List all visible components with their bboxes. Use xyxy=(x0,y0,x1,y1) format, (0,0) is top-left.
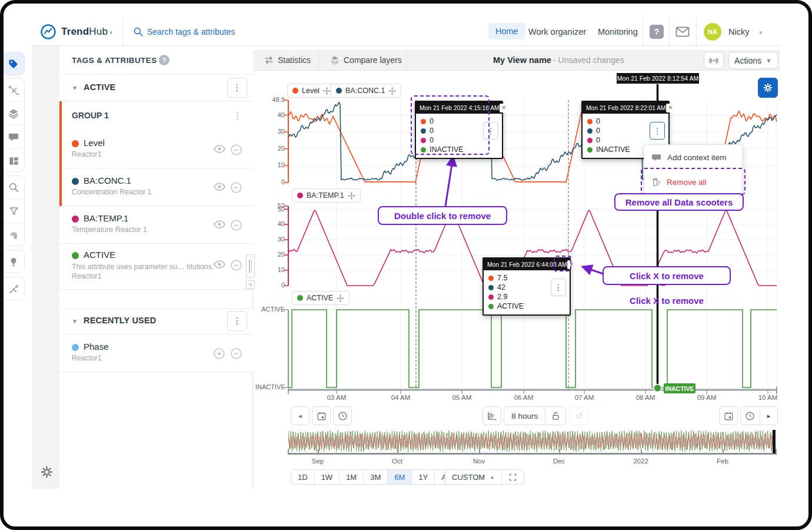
rail-tab-layout[interactable] xyxy=(3,149,24,172)
live-broadcast-button[interactable] xyxy=(704,52,724,69)
visibility-eye-icon[interactable] xyxy=(213,219,226,232)
search-input[interactable] xyxy=(147,24,324,40)
overview-month-label: Oct xyxy=(384,458,410,465)
nav-item-monitoring[interactable]: Monitoring xyxy=(598,27,638,37)
remove-minus-icon[interactable] xyxy=(230,259,243,272)
move-icon[interactable] xyxy=(337,294,344,302)
section-active-menu-button[interactable]: ⋮ xyxy=(227,78,247,98)
rail-tab-search[interactable] xyxy=(3,176,24,200)
close-icon[interactable]: × xyxy=(500,104,508,112)
legend-pill-level[interactable]: Level xyxy=(287,84,336,98)
comment-icon xyxy=(651,153,661,162)
rail-tab-math[interactable] xyxy=(3,78,24,102)
visibility-eye-icon[interactable] xyxy=(213,144,226,157)
section-recently-used-menu-button[interactable]: ⋮ xyxy=(227,311,247,331)
rail-tab-correlations[interactable] xyxy=(3,277,24,300)
legend-pill-ba-temp-1[interactable]: BA:TEMP.1 xyxy=(292,188,361,203)
panel-resize-handle[interactable] xyxy=(246,254,255,278)
close-icon[interactable]: × xyxy=(666,104,675,112)
settings-gear-icon[interactable] xyxy=(39,464,54,479)
legend-pill-ba-conc-1[interactable]: BA:CONC.1 xyxy=(331,84,401,98)
rail-tab-insights[interactable] xyxy=(3,250,24,273)
user-chevron-down-icon[interactable]: ▾ xyxy=(759,29,763,37)
custom-range-button[interactable]: CUSTOM▲ xyxy=(445,470,502,484)
scooter-header[interactable]: Mon 21 Feb 2022 8:22:01 AM× xyxy=(583,102,668,114)
chart-settings-button[interactable] xyxy=(758,78,778,98)
lock-icon[interactable] xyxy=(545,407,565,425)
data-scooter-3[interactable]: Mon 21 Feb 2022 6:44:08 AM× 7.5 42 2.9 A… xyxy=(482,257,571,316)
overview-strip[interactable] xyxy=(288,430,777,453)
clock-icon[interactable] xyxy=(741,407,760,425)
rail-group xyxy=(2,78,25,172)
search-icon xyxy=(8,182,19,193)
annotation-double-click: Double click to remove xyxy=(378,206,507,225)
move-icon[interactable] xyxy=(323,87,331,95)
scooter-header[interactable]: Mon 21 Feb 2022 6:44:08 AM× xyxy=(484,259,570,270)
range-button-6m[interactable]: 6M xyxy=(388,470,412,484)
collapse-chevron-icon[interactable]: ▼ xyxy=(72,85,78,91)
close-icon[interactable]: × xyxy=(567,260,576,269)
tab-statistics[interactable]: Statistics xyxy=(278,55,311,65)
menu-item-remove-all[interactable]: Remove all xyxy=(644,170,742,194)
calendar-icon xyxy=(724,411,734,421)
chevron-up-icon: ▲ xyxy=(490,474,495,480)
collapse-chevron-icon[interactable]: ▼ xyxy=(72,318,78,324)
range-button-3m[interactable]: 3M xyxy=(364,470,388,484)
visibility-eye-icon[interactable] xyxy=(213,181,226,194)
help-icon[interactable]: ? xyxy=(650,25,664,39)
rail-tab-fingerprint[interactable] xyxy=(3,223,24,246)
top-navbar xyxy=(32,18,780,46)
tags-panel-title: TAGS & ATTRIBUTES xyxy=(72,56,157,65)
remove-minus-icon[interactable] xyxy=(230,219,243,232)
rail-tab-layers[interactable] xyxy=(3,102,24,125)
mail-icon[interactable] xyxy=(675,26,690,37)
cursor-time-badge[interactable]: Mon 21 Feb 2022 8:12:54 AM xyxy=(617,73,699,84)
remove-minus-icon[interactable] xyxy=(230,144,243,157)
move-icon[interactable] xyxy=(348,192,355,200)
data-scooter-1[interactable]: Mon 21 Feb 2022 4:15:16 AM× 0 0 0 INACTI… xyxy=(415,101,503,159)
tag-description: This attribute uses parameter su… tituti… xyxy=(72,263,214,271)
remove-minus-icon[interactable] xyxy=(230,347,243,360)
series-color-dot xyxy=(587,128,593,134)
brand-name[interactable]: TrendHub xyxy=(61,26,108,38)
range-button-1y[interactable]: 1Y xyxy=(412,470,435,484)
tags-help-icon[interactable]: ? xyxy=(159,55,169,65)
legend-pill-active[interactable]: ACTIVE xyxy=(292,291,350,305)
scooter-menu-button[interactable]: ⋮ xyxy=(483,122,498,140)
remove-minus-icon[interactable] xyxy=(230,181,243,194)
add-plus-icon[interactable] xyxy=(213,347,226,360)
user-name[interactable]: Nicky xyxy=(728,27,749,37)
avatar[interactable]: NA xyxy=(704,23,721,41)
tag-color-dot xyxy=(72,344,79,351)
range-button-1d[interactable]: 1D xyxy=(291,470,315,484)
nav-separator xyxy=(669,18,670,46)
filter-icon xyxy=(8,206,19,217)
rail-group xyxy=(2,250,25,273)
visibility-eye-icon[interactable] xyxy=(213,259,226,272)
duration-label[interactable]: 8 hours xyxy=(504,407,545,425)
scooter-header[interactable]: Mon 21 Feb 2022 4:15:16 AM× xyxy=(416,102,502,114)
brand-chevron-down-icon[interactable]: ▾ xyxy=(109,29,113,37)
trend-chart-canvas[interactable] xyxy=(253,71,780,409)
rail-group xyxy=(2,52,25,75)
move-icon[interactable] xyxy=(388,87,396,95)
actions-button[interactable]: Actions▼ xyxy=(728,52,778,69)
tab-compare-layers[interactable]: Compare layers xyxy=(344,55,402,65)
tag-description: Temperature Reactor 1 xyxy=(72,226,147,234)
rail-tab-tags[interactable] xyxy=(3,52,24,75)
custom-window-icon[interactable] xyxy=(502,470,524,484)
range-button-1m[interactable]: 1M xyxy=(340,470,364,484)
arrow-right-icon[interactable]: ▸ xyxy=(760,407,777,425)
panel-close-icon[interactable]: × xyxy=(246,280,255,289)
nav-item-work-organizer[interactable]: Work organizer xyxy=(528,27,586,37)
custom-range-group: CUSTOM▲ xyxy=(445,469,524,485)
scooter-menu-button[interactable]: ⋮ xyxy=(551,279,566,296)
scooter-menu-button[interactable]: ⋮ xyxy=(650,122,665,140)
view-title[interactable]: My View name xyxy=(493,55,551,65)
rail-tab-comments[interactable] xyxy=(3,125,24,149)
group-1-menu-button[interactable]: ⋮ xyxy=(233,111,242,121)
menu-item-add-context-item[interactable]: Add context item xyxy=(644,145,742,170)
rail-tab-filter[interactable] xyxy=(3,200,24,223)
range-button-1w[interactable]: 1W xyxy=(315,470,340,484)
nav-item-home[interactable]: Home xyxy=(488,23,525,39)
